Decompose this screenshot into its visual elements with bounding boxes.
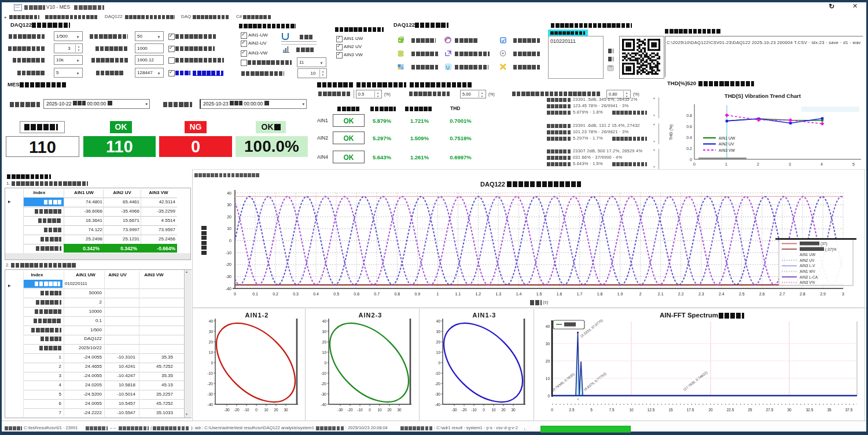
svg-text:0: 0 [255,408,258,412]
svg-text:1.4: 1.4 [516,292,522,296]
svg-text:-30: -30 [226,275,231,279]
svg-text:27.5: 27.5 [766,408,774,412]
svg-text:20: 20 [322,340,327,344]
svg-text:THD (%): THD (%) [669,125,674,140]
svg-text:37.5: 37.5 [845,408,853,412]
svg-text:-30: -30 [337,408,343,412]
svg-text:2.5: 2.5 [569,408,574,412]
svg-text:20: 20 [209,340,214,344]
svg-text:0: 0 [438,361,440,365]
svg-text:22.5: 22.5 [727,408,734,412]
svg-text:0.6: 0.6 [354,292,359,296]
svg-text:10: 10 [322,350,327,354]
svg-text:40: 40 [436,319,441,323]
svg-text:30: 30 [284,408,288,412]
svg-text:AIN1 WV: AIN1 WV [800,269,815,273]
svg-text:7.5: 7.5 [609,408,614,412]
svg-text:0.2: 0.2 [686,147,692,151]
svg-text:30: 30 [209,330,214,334]
svg-text:20: 20 [708,408,713,412]
svg-text:20: 20 [436,340,441,344]
svg-text:2.2: 2.2 [678,292,684,296]
svg-text:(37): (37) [821,242,827,246]
svg-text:(0.79345, 0.7935): (0.79345, 0.7935) [551,372,575,392]
svg-text:0: 0 [234,292,236,296]
svg-text:40: 40 [209,319,214,323]
svg-text:20: 20 [227,215,231,219]
svg-text:-30: -30 [224,408,230,412]
svg-text:-20: -20 [226,262,231,266]
svg-text:0.2: 0.2 [273,292,278,296]
svg-text:3: 3 [789,162,791,166]
svg-text:0.9: 0.9 [414,292,420,296]
svg-text:0: 0 [551,408,553,412]
svg-text:AIN2 L-CA: AIN2 L-CA [800,275,818,279]
svg-text:10: 10 [546,376,550,381]
svg-text:-10: -10 [321,371,327,375]
svg-text:AIN3 L-V: AIN3 L-V [800,264,815,268]
svg-text:30: 30 [227,203,231,207]
svg-text:-20: -20 [208,382,214,386]
svg-text:-30: -30 [451,408,457,412]
svg-text:AIN2 UV: AIN2 UV [719,142,734,146]
svg-text:-30: -30 [435,392,441,396]
svg-text:-10: -10 [226,251,231,255]
svg-text:30: 30 [322,330,327,334]
svg-text:17.5: 17.5 [687,408,694,412]
svg-text:40: 40 [546,324,550,328]
svg-text:1.6: 1.6 [557,292,562,296]
svg-text:1.9: 1.9 [617,292,623,296]
svg-text:32.5: 32.5 [806,408,814,412]
svg-text:20: 20 [274,408,278,412]
svg-text:10: 10 [227,226,231,231]
svg-text:AIN1 UW: AIN1 UW [719,136,735,140]
svg-text:AIN3 V%: AIN3 V% [800,280,815,284]
svg-text:25: 25 [748,408,752,412]
svg-text:10: 10 [629,408,634,412]
svg-text:0.5: 0.5 [333,292,339,296]
svg-text:0.8: 0.8 [394,292,400,296]
svg-text:0: 0 [483,408,485,412]
svg-text:-20: -20 [234,408,240,412]
svg-text:-40: -40 [321,403,327,407]
svg-text:2.4: 2.4 [719,292,724,296]
svg-text:1: 1 [436,292,439,296]
svg-text:10: 10 [264,408,269,412]
svg-text:-10: -10 [357,408,363,412]
svg-text:1.8: 1.8 [597,292,603,296]
svg-text:35: 35 [827,408,832,412]
svg-text:(17.7935, 0.74622): (17.7935, 0.74622) [683,371,708,392]
svg-text:0: 0 [324,361,326,365]
svg-text:-30: -30 [208,392,214,396]
svg-text:10: 10 [377,408,382,412]
svg-text:2.8: 2.8 [800,292,806,296]
svg-text:AIN1 UW: AIN1 UW [800,253,816,257]
svg-text:1.7: 1.7 [577,292,583,296]
svg-text:30: 30 [511,408,516,412]
svg-text:0: 0 [211,361,213,365]
svg-text:5: 5 [852,162,855,166]
svg-text:10: 10 [436,350,441,354]
svg-text:3: 3 [842,292,844,296]
svg-text:(-37)%: (-37)% [825,247,837,252]
svg-text:40: 40 [322,319,327,323]
svg-text:-20: -20 [435,382,441,386]
svg-text:2.5: 2.5 [739,292,745,296]
svg-text:0: 0 [547,394,550,398]
svg-text:1.1: 1.1 [455,292,461,296]
svg-text:30: 30 [546,342,550,346]
svg-text:12.5: 12.5 [648,408,655,412]
svg-text:(4.8375, 0.77753): (4.8375, 0.77753) [583,372,607,392]
svg-text:30: 30 [397,408,402,412]
svg-text:0.7: 0.7 [374,292,380,296]
svg-text:0.8: 0.8 [686,114,692,118]
svg-text:2: 2 [639,292,642,296]
svg-text:10: 10 [491,408,496,412]
svg-text:2.1: 2.1 [658,292,664,296]
svg-text:-40: -40 [226,287,231,291]
svg-text:AIN3 VW: AIN3 VW [719,148,735,152]
svg-text:30: 30 [787,408,792,412]
svg-text:30: 30 [436,330,441,334]
svg-text:×: × [577,397,579,401]
svg-text:1.3: 1.3 [496,292,502,296]
